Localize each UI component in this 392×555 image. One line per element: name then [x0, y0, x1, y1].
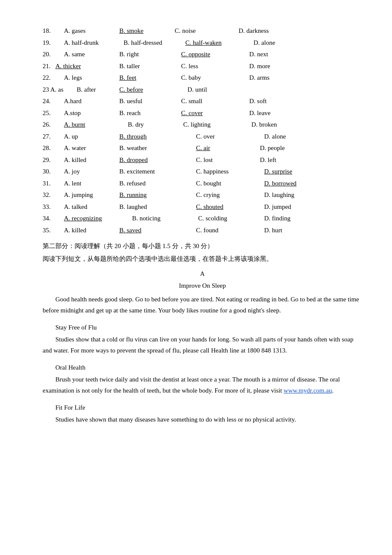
question-row-30: 30. A. joy B. excitement C. happiness D.… — [43, 166, 362, 177]
q24-c: C. small — [181, 96, 249, 107]
q30-num: 30. — [43, 166, 64, 177]
article-title-3: Oral Health — [43, 362, 362, 373]
q32-num: 32. — [43, 190, 64, 201]
q27-d: D. alone — [264, 131, 332, 142]
q32-b: B. running — [119, 190, 196, 201]
q30-c: C. happiness — [196, 166, 264, 177]
q35-d: D. hurt — [264, 225, 332, 236]
q34-c: C. scolding — [198, 213, 264, 224]
question-row-28: 28. A. water B. weather C. air D. people — [43, 143, 362, 154]
q20-c: C. opposite — [181, 49, 249, 60]
q23-c: C. before — [119, 84, 187, 95]
article-body-4: Studies have shown that many diseases ha… — [43, 414, 362, 425]
q25-d: D. leave — [249, 108, 317, 119]
q29-num: 29. — [43, 155, 64, 166]
q34-num: 34. — [43, 213, 64, 224]
question-row-25: 25. A.stop B. reach C. cover D. leave — [43, 108, 362, 119]
q29-d: D. left — [260, 155, 328, 166]
q33-num: 33. — [43, 202, 64, 213]
question-row-33: 33. A. talked B. laughed C. shouted D. j… — [43, 202, 362, 213]
q22-c: C. baby — [181, 72, 249, 84]
section2-header: 第二部分：阅读理解（共 20 小题，每小题 1.5 分，共 30 分） — [43, 241, 362, 252]
q35-b: B. saved — [119, 225, 196, 236]
q27-num: 27. — [43, 131, 64, 142]
q27-b: B. through — [119, 131, 196, 142]
q29-c: C. lost — [196, 155, 260, 166]
article-title-4: Fit For Life — [43, 402, 362, 413]
q26-a: A. burnt — [64, 119, 128, 130]
q28-d: D. people — [260, 143, 328, 154]
article-label: A — [43, 269, 362, 280]
q31-c: C. bought — [196, 178, 264, 189]
q33-a: A. talked — [64, 202, 119, 213]
q21-num: 21. — [43, 61, 55, 72]
question-row-19: 19. A. half-drunk B. half-dressed C. hal… — [43, 38, 362, 49]
oral-health-link[interactable]: www.mydr.com.au — [284, 387, 332, 394]
q26-num: 26. — [43, 119, 64, 130]
question-row-26: 26. A. burnt B. dry C. lighting D. broke… — [43, 119, 362, 130]
q33-c: C. shouted — [196, 202, 264, 213]
q30-d: D. surprise — [264, 166, 332, 177]
q34-b: B. noticing — [132, 213, 198, 224]
q35-num: 35. — [43, 225, 64, 236]
q31-a: A. lent — [64, 178, 119, 189]
q35-a: A. killed — [64, 225, 119, 236]
q27-a: A. up — [64, 131, 119, 142]
q18-d: D. darkness — [239, 26, 307, 37]
q24-d: D. soft — [249, 96, 317, 107]
q31-d: D. borrowed — [264, 178, 332, 189]
q31-num: 31. — [43, 178, 64, 189]
q20-b: B. right — [119, 49, 181, 60]
q19-a: A. half-drunk — [64, 38, 124, 49]
q32-a: A. jumping — [64, 190, 119, 201]
q23-num: 23 A. as — [43, 84, 77, 95]
q34-d: D. finding — [264, 213, 332, 224]
q22-b: B. feet — [119, 72, 181, 84]
section2-desc: 阅读下列短文，从每题所给的四个选项中选出最佳选项，在答题卡上将该项涂黑。 — [43, 254, 362, 265]
q34-a: A. recognizing — [64, 213, 132, 224]
q33-b: B. laughed — [119, 202, 196, 213]
q33-d: D. jumped — [264, 202, 332, 213]
q22-d: D. arms — [249, 72, 317, 84]
q27-c: C. over — [196, 131, 264, 142]
q19-b: B. half-dressed — [124, 38, 185, 49]
q23-b: B. after — [77, 84, 119, 95]
article-body-2: Studies show that a cold or flu virus ca… — [43, 334, 362, 356]
q26-d: D. broken — [251, 119, 320, 130]
q19-num: 19. — [43, 38, 64, 49]
q26-b: B. dry — [128, 119, 183, 130]
q25-num: 25. — [43, 108, 64, 119]
question-row-29: 29. A. killed B. dropped C. lost D. left — [43, 155, 362, 166]
q24-a: A.hard — [64, 96, 119, 107]
article-title-1: Improve On Sleep — [43, 280, 362, 292]
questions-section: 18. A. gases B. smoke C. noise D. darkne… — [43, 26, 362, 236]
question-row-31: 31. A. lent B. refused C. bought D. borr… — [43, 178, 362, 189]
q20-a: A. same — [64, 49, 119, 60]
q35-c: C. found — [196, 225, 264, 236]
q28-num: 28. — [43, 143, 64, 154]
q19-c: C. half-waken — [185, 38, 254, 49]
question-row-23: 23 A. as B. after C. before D. until — [43, 84, 362, 95]
q30-b: B. excitement — [119, 166, 196, 177]
q19-d: D. alone — [254, 38, 322, 49]
q31-b: B. refused — [119, 178, 196, 189]
question-row-21: 21. A. thicker B. taller C. less D. more — [43, 61, 362, 72]
question-row-32: 32. A. jumping B. running C. crying D. l… — [43, 190, 362, 201]
article-title-2: Stay Free of Flu — [43, 322, 362, 333]
question-row-34: 34. A. recognizing B. noticing C. scoldi… — [43, 213, 362, 224]
q28-c: C. air — [196, 143, 260, 154]
q22-num: 22. — [43, 72, 64, 84]
q18-b: B. smoke — [119, 26, 175, 37]
q29-a: A. killed — [64, 155, 119, 166]
q25-a: A.stop — [64, 108, 119, 119]
q32-d: D. laughing — [264, 190, 332, 201]
q20-num: 20. — [43, 49, 64, 60]
question-row-22: 22. A. legs B. feet C. baby D. arms — [43, 72, 362, 84]
q18-num: 18. — [43, 26, 64, 37]
q28-b: B. weather — [119, 143, 196, 154]
question-row-27: 27. A. up B. through C. over D. alone — [43, 131, 362, 142]
q24-num: 24. — [43, 96, 64, 107]
q28-a: A. water — [64, 143, 119, 154]
q21-c: C. less — [181, 61, 249, 72]
question-row-24: 24. A.hard B. uesful C. small D. soft — [43, 96, 362, 107]
